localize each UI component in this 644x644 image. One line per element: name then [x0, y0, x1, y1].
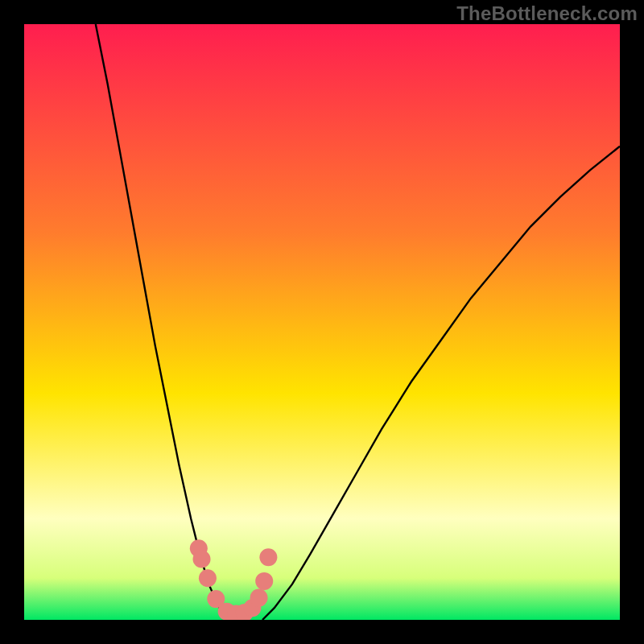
plot-area [24, 24, 620, 620]
valley-marker [259, 548, 277, 566]
watermark-text: TheBottleneck.com [456, 2, 638, 25]
outer-frame: TheBottleneck.com [0, 0, 644, 644]
valley-marker [193, 551, 211, 568]
valley-marker [255, 572, 273, 590]
chart-svg [24, 24, 620, 620]
valley-marker [199, 569, 217, 587]
valley-marker [250, 589, 268, 607]
